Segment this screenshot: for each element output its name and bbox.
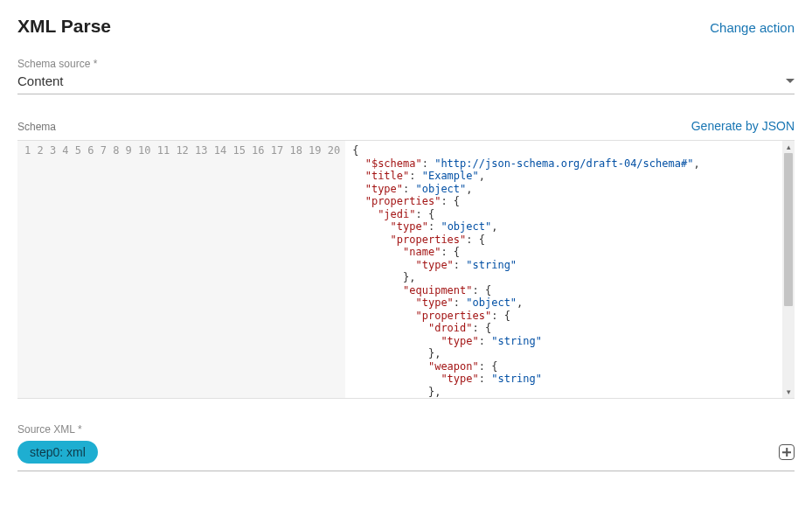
source-xml-field: Source XML * step0: xml xyxy=(17,423,795,471)
editor-gutter: 1 2 3 4 5 6 7 8 9 10 11 12 13 14 15 16 1… xyxy=(17,141,345,398)
schema-editor[interactable]: 1 2 3 4 5 6 7 8 9 10 11 12 13 14 15 16 1… xyxy=(17,140,795,399)
scroll-down-icon[interactable]: ▾ xyxy=(782,386,795,398)
source-xml-label: Source XML * xyxy=(17,423,795,436)
schema-source-field: Schema source * Content xyxy=(17,58,795,94)
scrollbar-track[interactable]: ▴ ▾ xyxy=(782,141,795,398)
schema-source-label: Schema source * xyxy=(17,58,795,70)
scrollbar-thumb[interactable] xyxy=(784,153,793,306)
schema-source-select[interactable]: Content xyxy=(17,73,795,94)
add-source-icon[interactable] xyxy=(779,444,795,460)
schema-label: Schema xyxy=(17,121,56,133)
source-xml-chip[interactable]: step0: xml xyxy=(17,441,98,464)
generate-by-json-link[interactable]: Generate by JSON xyxy=(691,119,795,133)
change-action-link[interactable]: Change action xyxy=(710,20,795,35)
page-title: XML Parse xyxy=(17,16,111,37)
chevron-down-icon xyxy=(786,79,795,83)
schema-source-value: Content xyxy=(17,73,64,88)
editor-code[interactable]: { "$schema": "http://json-schema.org/dra… xyxy=(345,141,782,398)
scroll-up-icon[interactable]: ▴ xyxy=(782,141,795,153)
